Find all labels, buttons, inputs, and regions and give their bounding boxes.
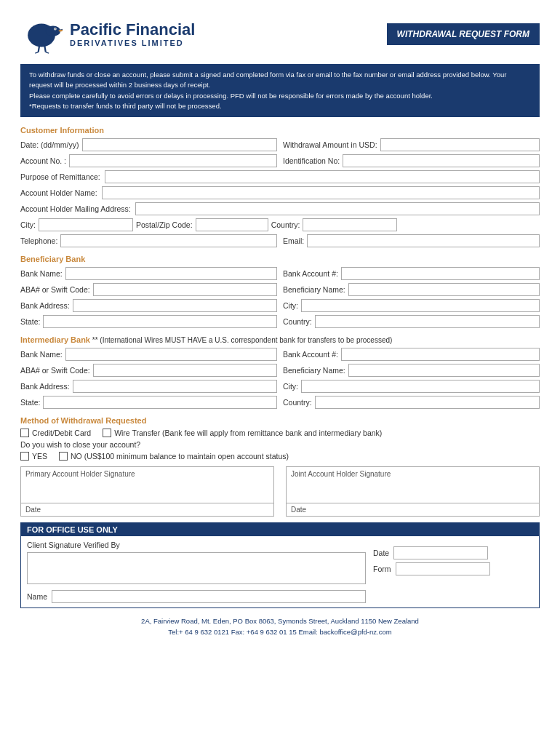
id-input[interactable] bbox=[343, 154, 540, 167]
office-right: Date Form bbox=[373, 541, 533, 575]
int-bank-name-label: Bank Name: bbox=[20, 350, 63, 359]
account-no-input[interactable] bbox=[69, 154, 277, 167]
int-bank-name-input[interactable] bbox=[65, 348, 277, 361]
int-country-input[interactable] bbox=[315, 396, 540, 409]
office-date-input[interactable] bbox=[393, 546, 488, 559]
postal-input[interactable] bbox=[196, 218, 268, 231]
email-input[interactable] bbox=[307, 234, 540, 247]
ben-bank-name-label: Bank Name: bbox=[20, 269, 63, 278]
city-label: City: bbox=[20, 220, 36, 229]
kiwi-icon bbox=[20, 13, 63, 55]
ben-city-input[interactable] bbox=[301, 299, 540, 312]
intermediary-subtitle: ** (International Wires MUST HAVE a U.S.… bbox=[90, 336, 392, 344]
ben-bank-acct-label: Bank Account #: bbox=[283, 269, 338, 278]
tel-email-row: Telephone: Email: bbox=[20, 234, 540, 247]
svg-point-9 bbox=[55, 28, 56, 30]
date-input[interactable] bbox=[82, 138, 277, 151]
ben-aba-label: ABA# or Swift Code: bbox=[20, 285, 90, 294]
account-col: Account No. : bbox=[20, 154, 277, 167]
int-aba-input[interactable] bbox=[93, 364, 277, 377]
company-sub: DERIVATIVES LIMITED bbox=[70, 39, 195, 47]
footer-address: 2A, Fairview Road, Mt. Eden, PO Box 8063… bbox=[20, 615, 540, 626]
credit-debit-option[interactable]: Credit/Debit Card bbox=[20, 429, 91, 437]
int-addr-city-row: Bank Address: City: bbox=[20, 380, 540, 393]
signature-row: Primary Account Holder Signature Date Jo… bbox=[20, 466, 540, 517]
customer-section-title: Customer Information bbox=[20, 126, 540, 135]
holder-name-row: Account Holder Name: bbox=[20, 186, 540, 199]
intermediary-title: Intermediary Bank bbox=[20, 335, 90, 344]
purpose-input[interactable] bbox=[105, 170, 540, 183]
joint-sig-label: Joint Account Holder Signature bbox=[291, 470, 391, 478]
int-addr-input[interactable] bbox=[73, 380, 277, 393]
int-state-input[interactable] bbox=[43, 396, 277, 409]
office-form-input[interactable] bbox=[396, 562, 490, 575]
ben-bank-name-input[interactable] bbox=[65, 267, 277, 280]
city-input[interactable] bbox=[39, 218, 133, 231]
wire-transfer-checkbox[interactable] bbox=[103, 429, 111, 437]
country-input[interactable] bbox=[303, 218, 397, 231]
withdrawal-label: Withdrawal Amount in USD: bbox=[283, 140, 377, 149]
withdrawal-amount-input[interactable] bbox=[380, 138, 540, 151]
int-city-input[interactable] bbox=[301, 380, 540, 393]
joint-sig-date: Date bbox=[287, 503, 539, 516]
office-name-input[interactable] bbox=[52, 590, 366, 603]
mailing-row: Account Holder Mailing Address: bbox=[20, 202, 540, 215]
footer: 2A, Fairview Road, Mt. Eden, PO Box 8063… bbox=[20, 615, 540, 637]
date-col: Date: (dd/mm/yy) bbox=[20, 138, 277, 151]
int-state-label: State: bbox=[20, 398, 40, 407]
int-country-label: Country: bbox=[283, 398, 312, 407]
info-box: To withdraw funds or close an account, p… bbox=[20, 64, 540, 117]
form-title: WITHDRAWAL REQUEST FORM bbox=[387, 23, 540, 45]
purpose-row: Purpose of Remittance: bbox=[20, 170, 540, 183]
credit-debit-checkbox[interactable] bbox=[20, 429, 29, 437]
wire-transfer-option[interactable]: Wire Transfer (Bank fee will apply from … bbox=[103, 429, 382, 437]
int-addr-label: Bank Address: bbox=[20, 382, 70, 391]
postal-label: Postal/Zip Code: bbox=[136, 220, 193, 229]
office-date-label: Date bbox=[373, 549, 389, 557]
ben-aba-input[interactable] bbox=[93, 283, 277, 296]
int-aba-label: ABA# or Swift Code: bbox=[20, 366, 90, 375]
account-no-label: Account No. : bbox=[20, 156, 66, 165]
id-label: Identification No: bbox=[283, 156, 340, 165]
yes-checkbox[interactable] bbox=[20, 452, 29, 461]
office-use-box: FOR OFFICE USE ONLY Client Signature Ver… bbox=[20, 522, 540, 608]
ben-country-input[interactable] bbox=[315, 315, 540, 328]
method-title: Method of Withdrawal Requested bbox=[20, 416, 540, 425]
mailing-input[interactable] bbox=[135, 202, 540, 215]
yes-option[interactable]: YES bbox=[20, 452, 47, 461]
office-title: FOR OFFICE USE ONLY bbox=[21, 523, 539, 536]
client-sig-verified-label: Client Signature Verified By bbox=[27, 541, 366, 549]
country-label: Country: bbox=[271, 220, 300, 229]
client-sig-input[interactable] bbox=[27, 552, 366, 584]
no-checkbox[interactable] bbox=[59, 452, 68, 461]
no-label: NO (US$100 minimum balance to maintain o… bbox=[71, 452, 289, 461]
int-bank-acct-label: Bank Account #: bbox=[283, 350, 338, 359]
int-city-label: City: bbox=[283, 382, 298, 391]
account-id-row: Account No. : Identification No: bbox=[20, 154, 540, 167]
ben-addr-input[interactable] bbox=[73, 299, 277, 312]
ben-state-input[interactable] bbox=[43, 315, 277, 328]
credit-debit-label: Credit/Debit Card bbox=[32, 429, 91, 437]
no-option[interactable]: NO (US$100 minimum balance to maintain o… bbox=[59, 452, 289, 461]
withdrawal-col: Withdrawal Amount in USD: bbox=[283, 138, 540, 151]
intermediary-section-header: Intermediary Bank ** (International Wire… bbox=[20, 335, 540, 344]
ben-bank-acct-input[interactable] bbox=[341, 267, 540, 280]
ben-addr-label: Bank Address: bbox=[20, 301, 70, 310]
holder-name-input[interactable] bbox=[102, 186, 540, 199]
email-col: Email: bbox=[283, 234, 540, 247]
page: Pacific Financial DERIVATIVES LIMITED WI… bbox=[0, 0, 560, 745]
int-bname-label: Beneficiary Name: bbox=[283, 366, 345, 375]
primary-sig-area[interactable]: Primary Account Holder Signature bbox=[21, 467, 273, 503]
office-inner: Client Signature Verified By Name Date F… bbox=[21, 536, 539, 607]
int-bank-acct-input[interactable] bbox=[341, 348, 540, 361]
int-bname-input[interactable] bbox=[348, 364, 540, 377]
beneficiary-section-title: Beneficiary Bank bbox=[20, 255, 540, 263]
svg-line-6 bbox=[35, 52, 38, 53]
tel-input[interactable] bbox=[60, 234, 277, 247]
int-state-country-row: State: Country: bbox=[20, 396, 540, 409]
ben-bname-input[interactable] bbox=[348, 283, 540, 296]
date-withdrawal-row: Date: (dd/mm/yy) Withdrawal Amount in US… bbox=[20, 138, 540, 151]
joint-sig-area[interactable]: Joint Account Holder Signature bbox=[287, 467, 539, 503]
purpose-label: Purpose of Remittance: bbox=[20, 172, 100, 181]
int-aba-bname-row: ABA# or Swift Code: Beneficiary Name: bbox=[20, 364, 540, 377]
